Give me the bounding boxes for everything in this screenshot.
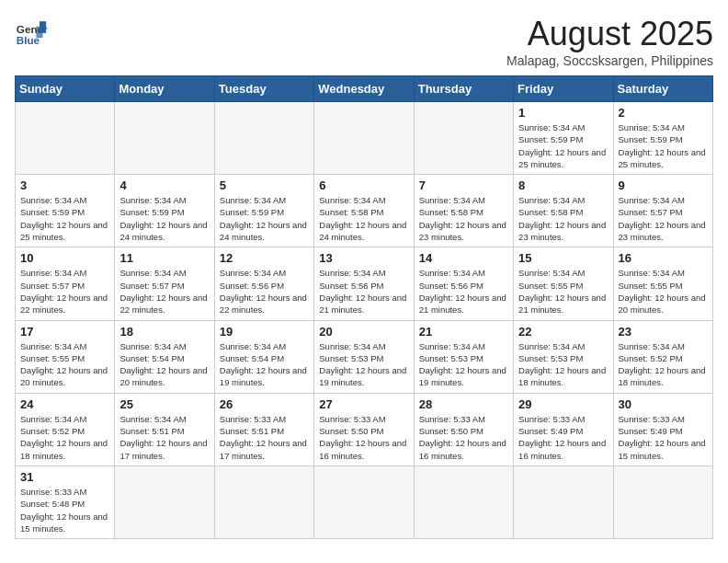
weekday-header-row: SundayMondayTuesdayWednesdayThursdayFrid…	[16, 76, 713, 102]
weekday-header-sunday: Sunday	[16, 76, 115, 102]
calendar-cell: 16Sunrise: 5:34 AMSunset: 5:55 PMDayligh…	[613, 247, 712, 320]
day-info: Sunrise: 5:33 AMSunset: 5:50 PMDaylight:…	[419, 413, 508, 462]
calendar-cell: 13Sunrise: 5:34 AMSunset: 5:56 PMDayligh…	[314, 247, 414, 320]
day-info: Sunrise: 5:34 AMSunset: 5:54 PMDaylight:…	[119, 340, 209, 389]
day-info: Sunrise: 5:34 AMSunset: 5:53 PMDaylight:…	[419, 340, 508, 389]
calendar-cell	[414, 465, 513, 538]
day-info: Sunrise: 5:33 AMSunset: 5:49 PMDaylight:…	[619, 413, 708, 462]
day-info: Sunrise: 5:33 AMSunset: 5:48 PMDaylight:…	[20, 486, 109, 534]
day-info: Sunrise: 5:34 AMSunset: 5:54 PMDaylight:…	[220, 340, 309, 389]
day-number: 31	[20, 470, 109, 484]
day-info: Sunrise: 5:34 AMSunset: 5:53 PMDaylight:…	[319, 340, 408, 389]
calendar-cell: 19Sunrise: 5:34 AMSunset: 5:54 PMDayligh…	[214, 320, 313, 393]
day-number: 3	[20, 178, 109, 192]
calendar-cell	[115, 102, 214, 175]
week-row-5: 31Sunrise: 5:33 AMSunset: 5:48 PMDayligh…	[16, 465, 713, 538]
day-info: Sunrise: 5:34 AMSunset: 5:56 PMDaylight:…	[319, 267, 408, 316]
calendar-cell: 8Sunrise: 5:34 AMSunset: 5:58 PMDaylight…	[514, 175, 613, 247]
day-info: Sunrise: 5:34 AMSunset: 5:51 PMDaylight:…	[119, 413, 209, 462]
day-number: 14	[419, 251, 508, 265]
calendar-cell: 1Sunrise: 5:34 AMSunset: 5:59 PMDaylight…	[514, 102, 613, 175]
calendar-cell: 7Sunrise: 5:34 AMSunset: 5:58 PMDaylight…	[414, 175, 513, 247]
calendar-cell: 4Sunrise: 5:34 AMSunset: 5:59 PMDaylight…	[115, 175, 214, 247]
day-info: Sunrise: 5:34 AMSunset: 5:55 PMDaylight:…	[619, 267, 708, 316]
calendar-cell: 23Sunrise: 5:34 AMSunset: 5:52 PMDayligh…	[613, 320, 712, 393]
day-number: 9	[619, 178, 708, 192]
day-number: 23	[619, 325, 708, 339]
day-number: 2	[619, 106, 708, 120]
day-info: Sunrise: 5:34 AMSunset: 5:59 PMDaylight:…	[518, 121, 608, 170]
day-number: 29	[518, 397, 608, 411]
calendar-cell: 14Sunrise: 5:34 AMSunset: 5:56 PMDayligh…	[414, 247, 513, 320]
week-row-2: 10Sunrise: 5:34 AMSunset: 5:57 PMDayligh…	[16, 247, 713, 320]
calendar-cell	[16, 102, 115, 175]
week-row-3: 17Sunrise: 5:34 AMSunset: 5:55 PMDayligh…	[16, 320, 713, 393]
day-number: 30	[619, 397, 708, 411]
day-info: Sunrise: 5:33 AMSunset: 5:50 PMDaylight:…	[319, 413, 408, 462]
month-title: August 2025	[506, 15, 713, 53]
calendar-cell	[514, 465, 613, 538]
day-number: 22	[518, 325, 608, 339]
day-number: 21	[419, 325, 508, 339]
day-info: Sunrise: 5:34 AMSunset: 5:57 PMDaylight:…	[20, 267, 109, 316]
calendar-cell	[214, 465, 313, 538]
calendar-cell	[214, 102, 313, 175]
week-row-1: 3Sunrise: 5:34 AMSunset: 5:59 PMDaylight…	[16, 175, 713, 247]
calendar-cell: 2Sunrise: 5:34 AMSunset: 5:59 PMDaylight…	[613, 102, 712, 175]
weekday-header-monday: Monday	[115, 76, 214, 102]
day-info: Sunrise: 5:34 AMSunset: 5:59 PMDaylight:…	[20, 194, 109, 243]
weekday-header-tuesday: Tuesday	[214, 76, 313, 102]
day-info: Sunrise: 5:34 AMSunset: 5:58 PMDaylight:…	[419, 194, 508, 243]
calendar-cell: 28Sunrise: 5:33 AMSunset: 5:50 PMDayligh…	[414, 393, 513, 465]
week-row-4: 24Sunrise: 5:34 AMSunset: 5:52 PMDayligh…	[16, 393, 713, 465]
calendar-cell: 12Sunrise: 5:34 AMSunset: 5:56 PMDayligh…	[214, 247, 313, 320]
calendar-title-area: August 2025 Malapag, Soccsksargen, Phili…	[506, 15, 713, 68]
calendar-cell: 29Sunrise: 5:33 AMSunset: 5:49 PMDayligh…	[514, 393, 613, 465]
calendar-cell: 27Sunrise: 5:33 AMSunset: 5:50 PMDayligh…	[314, 393, 414, 465]
day-info: Sunrise: 5:34 AMSunset: 5:56 PMDaylight:…	[419, 267, 508, 316]
day-info: Sunrise: 5:34 AMSunset: 5:52 PMDaylight:…	[619, 340, 708, 389]
general-blue-icon: General Blue	[15, 15, 48, 48]
calendar-cell: 26Sunrise: 5:33 AMSunset: 5:51 PMDayligh…	[214, 393, 313, 465]
calendar-cell	[314, 465, 414, 538]
calendar-cell	[414, 102, 513, 175]
day-number: 24	[20, 397, 109, 411]
logo: General Blue	[15, 15, 48, 48]
day-number: 10	[20, 251, 109, 265]
location-subtitle: Malapag, Soccsksargen, Philippines	[506, 53, 713, 68]
calendar-cell: 11Sunrise: 5:34 AMSunset: 5:57 PMDayligh…	[115, 247, 214, 320]
day-number: 6	[319, 178, 408, 192]
day-info: Sunrise: 5:34 AMSunset: 5:59 PMDaylight:…	[619, 121, 708, 170]
day-info: Sunrise: 5:33 AMSunset: 5:51 PMDaylight:…	[220, 413, 309, 462]
calendar-cell: 15Sunrise: 5:34 AMSunset: 5:55 PMDayligh…	[514, 247, 613, 320]
weekday-header-wednesday: Wednesday	[314, 76, 414, 102]
day-number: 12	[220, 251, 309, 265]
day-number: 17	[20, 325, 109, 339]
day-number: 8	[518, 178, 608, 192]
day-number: 5	[220, 178, 309, 192]
calendar-cell: 31Sunrise: 5:33 AMSunset: 5:48 PMDayligh…	[16, 465, 115, 538]
calendar-cell: 10Sunrise: 5:34 AMSunset: 5:57 PMDayligh…	[16, 247, 115, 320]
calendar-cell: 24Sunrise: 5:34 AMSunset: 5:52 PMDayligh…	[16, 393, 115, 465]
calendar-table: SundayMondayTuesdayWednesdayThursdayFrid…	[15, 75, 713, 539]
calendar-cell: 25Sunrise: 5:34 AMSunset: 5:51 PMDayligh…	[115, 393, 214, 465]
calendar-cell: 5Sunrise: 5:34 AMSunset: 5:59 PMDaylight…	[214, 175, 313, 247]
day-info: Sunrise: 5:34 AMSunset: 5:58 PMDaylight:…	[518, 194, 608, 243]
calendar-cell: 17Sunrise: 5:34 AMSunset: 5:55 PMDayligh…	[16, 320, 115, 393]
day-number: 1	[518, 106, 608, 120]
day-info: Sunrise: 5:34 AMSunset: 5:55 PMDaylight:…	[518, 267, 608, 316]
weekday-header-thursday: Thursday	[414, 76, 513, 102]
day-info: Sunrise: 5:34 AMSunset: 5:55 PMDaylight:…	[20, 340, 109, 389]
day-number: 18	[119, 325, 209, 339]
week-row-0: 1Sunrise: 5:34 AMSunset: 5:59 PMDaylight…	[16, 102, 713, 175]
day-number: 25	[119, 397, 209, 411]
day-info: Sunrise: 5:34 AMSunset: 5:56 PMDaylight:…	[220, 267, 309, 316]
day-number: 28	[419, 397, 508, 411]
day-number: 4	[119, 178, 209, 192]
day-number: 16	[619, 251, 708, 265]
day-info: Sunrise: 5:33 AMSunset: 5:49 PMDaylight:…	[518, 413, 608, 462]
day-number: 27	[319, 397, 408, 411]
day-number: 20	[319, 325, 408, 339]
day-number: 7	[419, 178, 508, 192]
calendar-cell: 22Sunrise: 5:34 AMSunset: 5:53 PMDayligh…	[514, 320, 613, 393]
